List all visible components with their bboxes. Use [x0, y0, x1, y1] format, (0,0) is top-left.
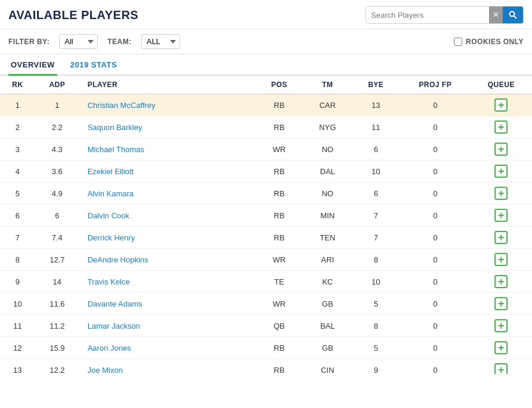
table-row: 13 12.2 Joe Mixon RB CIN 9 0 +	[0, 359, 532, 375]
header: AVAILABLE PLAYERS ✕	[0, 0, 532, 29]
queue-add-button[interactable]: +	[494, 253, 508, 266]
cell-bye: 6	[352, 183, 400, 205]
queue-add-button[interactable]: +	[494, 341, 508, 354]
rookies-only-checkbox[interactable]	[454, 38, 462, 46]
table-row: 7 7.4 Derrick Henry RB TEN 7 0 +	[0, 227, 532, 249]
cell-pos: RB	[255, 337, 304, 359]
col-header-rk: RK	[0, 76, 35, 94]
cell-pos: RB	[255, 227, 304, 249]
cell-pos: WR	[255, 293, 304, 315]
cell-proj-fp: 0	[400, 138, 471, 160]
col-header-tm: TM	[304, 76, 352, 94]
cell-player-name[interactable]: Ezekiel Elliott	[79, 160, 255, 183]
cell-player-name[interactable]: Christian McCaffrey	[79, 94, 255, 116]
cell-queue: +	[471, 337, 532, 359]
cell-bye: 8	[352, 315, 400, 337]
cell-pos: TE	[255, 271, 304, 293]
cell-rk: 5	[0, 183, 35, 205]
queue-add-button[interactable]: +	[494, 297, 508, 310]
cell-queue: +	[471, 160, 532, 183]
search-submit-button[interactable]	[503, 7, 523, 23]
cell-bye: 11	[352, 116, 400, 138]
cell-adp: 14	[35, 271, 79, 293]
players-table-container: RK ADP PLAYER POS TM BYE PROJ FP QUEUE 1…	[0, 76, 532, 374]
cell-adp: 11.2	[35, 315, 79, 337]
queue-add-button[interactable]: +	[494, 275, 508, 288]
queue-add-button[interactable]: +	[494, 231, 508, 244]
cell-bye: 7	[352, 227, 400, 249]
cell-rk: 10	[0, 293, 35, 315]
search-clear-button[interactable]: ✕	[489, 7, 503, 23]
rookies-only-group: ROOKIES ONLY	[454, 38, 524, 46]
cell-adp: 12.2	[35, 359, 79, 375]
cell-bye: 9	[352, 359, 400, 375]
queue-add-button[interactable]: +	[494, 209, 508, 222]
cell-queue: +	[471, 271, 532, 293]
cell-proj-fp: 0	[400, 249, 471, 271]
filter-row: FILTER BY: All QB RB WR TE K DEF TEAM: A…	[0, 29, 532, 54]
queue-add-button[interactable]: +	[494, 363, 508, 374]
search-input[interactable]	[366, 7, 489, 23]
cell-pos: RB	[255, 183, 304, 205]
cell-player-name[interactable]: Travis Kelce	[79, 271, 255, 293]
queue-add-button[interactable]: +	[494, 98, 508, 112]
cell-proj-fp: 0	[400, 94, 471, 116]
col-header-adp: ADP	[35, 76, 79, 94]
cell-player-name[interactable]: Lamar Jackson	[79, 315, 255, 337]
queue-add-button[interactable]: +	[494, 143, 508, 156]
search-box: ✕	[366, 6, 524, 24]
cell-proj-fp: 0	[400, 227, 471, 249]
col-header-queue: QUEUE	[471, 76, 532, 94]
queue-add-button[interactable]: +	[494, 187, 508, 200]
cell-queue: +	[471, 227, 532, 249]
tab-overview[interactable]: OVERVIEW	[8, 54, 57, 76]
cell-rk: 12	[0, 337, 35, 359]
cell-bye: 5	[352, 293, 400, 315]
cell-adp: 2.2	[35, 116, 79, 138]
table-header-row: RK ADP PLAYER POS TM BYE PROJ FP QUEUE	[0, 76, 532, 94]
cell-rk: 13	[0, 359, 35, 375]
cell-player-name[interactable]: Saquon Barkley	[79, 116, 255, 138]
cell-player-name[interactable]: Davante Adams	[79, 293, 255, 315]
filter-by-label: FILTER BY:	[8, 38, 50, 46]
team-select[interactable]: ALL ARIATLBALBUF CARCHICINCLE DALDENDETG…	[141, 34, 180, 49]
col-header-bye: BYE	[352, 76, 400, 94]
cell-rk: 8	[0, 249, 35, 271]
cell-adp: 15.9	[35, 337, 79, 359]
cell-tm: MIN	[304, 205, 352, 227]
cell-adp: 1	[35, 94, 79, 116]
cell-tm: TEN	[304, 227, 352, 249]
cell-player-name[interactable]: Joe Mixon	[79, 359, 255, 375]
cell-rk: 11	[0, 315, 35, 337]
table-row: 8 12.7 DeAndre Hopkins WR ARI 8 0 +	[0, 249, 532, 271]
cell-rk: 6	[0, 205, 35, 227]
cell-bye: 6	[352, 138, 400, 160]
table-row: 12 15.9 Aaron Jones RB GB 5 0 +	[0, 337, 532, 359]
cell-player-name[interactable]: Aaron Jones	[79, 337, 255, 359]
tab-2019-stats[interactable]: 2019 STATS	[68, 54, 119, 76]
cell-pos: RB	[255, 160, 304, 183]
cell-tm: GB	[304, 337, 352, 359]
cell-player-name[interactable]: Derrick Henry	[79, 227, 255, 249]
table-row: 3 4.3 Michael Thomas WR NO 6 0 +	[0, 138, 532, 160]
cell-player-name[interactable]: Dalvin Cook	[79, 205, 255, 227]
table-row: 10 11.6 Davante Adams WR GB 5 0 +	[0, 293, 532, 315]
filter-by-select[interactable]: All QB RB WR TE K DEF	[59, 34, 98, 49]
table-row: 2 2.2 Saquon Barkley RB NYG 11 0 +	[0, 116, 532, 138]
cell-player-name[interactable]: Michael Thomas	[79, 138, 255, 160]
table-row: 9 14 Travis Kelce TE KC 10 0 +	[0, 271, 532, 293]
cell-bye: 10	[352, 271, 400, 293]
cell-player-name[interactable]: Alvin Kamara	[79, 183, 255, 205]
cell-tm: GB	[304, 293, 352, 315]
queue-add-button[interactable]: +	[494, 319, 508, 332]
cell-queue: +	[471, 116, 532, 138]
cell-player-name[interactable]: DeAndre Hopkins	[79, 249, 255, 271]
team-label: TEAM:	[107, 38, 132, 46]
cell-adp: 11.6	[35, 293, 79, 315]
cell-queue: +	[471, 293, 532, 315]
cell-proj-fp: 0	[400, 337, 471, 359]
cell-rk: 2	[0, 116, 35, 138]
cell-tm: DAL	[304, 160, 352, 183]
queue-add-button[interactable]: +	[494, 165, 508, 178]
queue-add-button[interactable]: +	[494, 120, 508, 134]
